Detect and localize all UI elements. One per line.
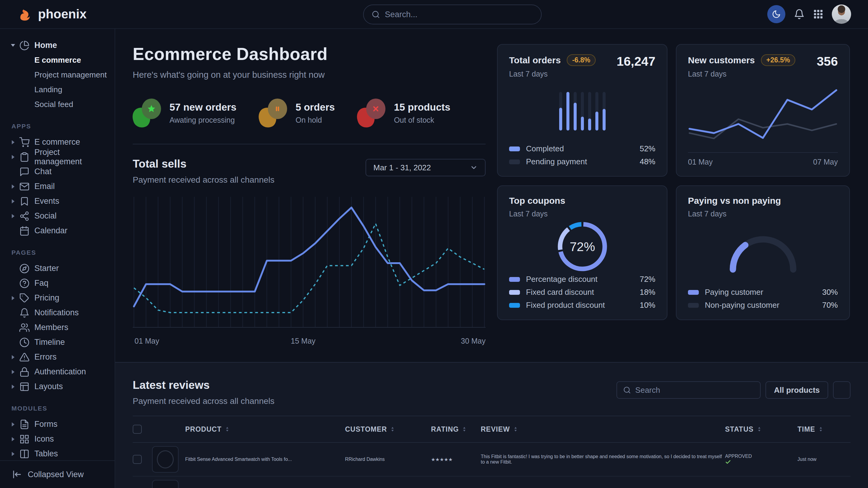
sidebar-item-pricing[interactable]: Pricing	[7, 291, 108, 305]
notifications-bell-button[interactable]	[794, 9, 805, 20]
lock-icon	[19, 367, 30, 377]
sidebar-item-starter[interactable]: Starter	[7, 261, 108, 276]
legend-label: Completed	[526, 144, 564, 154]
sidebar-item-errors[interactable]: Errors	[7, 350, 108, 364]
caret-right-icon	[9, 199, 17, 203]
sidebar-item-project-management[interactable]: Project management	[7, 150, 108, 164]
sidebar-item-home[interactable]: Home	[7, 38, 108, 53]
moon-icon	[772, 10, 781, 19]
dashboard-cards: Total orders -6.8% Last 7 days 16,247 Co…	[497, 44, 850, 349]
caret-right-icon	[9, 437, 17, 441]
column-header-review[interactable]: REVIEW	[481, 425, 725, 433]
sidebar-item-chat[interactable]: Chat	[7, 164, 108, 179]
sort-icon	[757, 426, 761, 432]
sidebar-item-label: Authentication	[34, 367, 86, 377]
sidebar-item-social[interactable]: Social	[7, 208, 108, 223]
product-thumbnail[interactable]	[152, 480, 179, 488]
total-orders-badge: -6.8%	[567, 54, 596, 66]
legend-swatch	[509, 147, 520, 151]
sidebar-subitem-social-feed[interactable]: Social feed	[7, 97, 108, 112]
column-header-customer[interactable]: CUSTOMER	[345, 425, 431, 433]
sidebar-item-email[interactable]: Email	[7, 179, 108, 194]
sidebar-item-label: Faq	[34, 279, 49, 288]
product-thumbnail[interactable]	[152, 446, 179, 473]
rating-stars: ★★★★★	[431, 457, 481, 462]
sidebar-item-faq[interactable]: Faq	[7, 276, 108, 291]
sidebar: HomeE commerceProject managementLandingS…	[0, 29, 115, 488]
nine-dots-icon	[813, 9, 824, 19]
user-avatar[interactable]	[832, 4, 851, 24]
product-link[interactable]: Fitbit Sense Advanced Smartwatch with To…	[185, 457, 345, 462]
sidebar-item-calendar[interactable]: Calendar	[7, 223, 108, 238]
sidebar-item-members[interactable]: Members	[7, 320, 108, 335]
sidebar-subitem-project-management[interactable]: Project management	[7, 67, 108, 82]
legend-label: Non-paying customer	[705, 300, 779, 310]
sidebar-item-label: Email	[34, 182, 55, 191]
caret-right-icon	[9, 155, 17, 159]
sidebar-item-forms[interactable]: Forms	[7, 417, 108, 432]
total-orders-card: Total orders -6.8% Last 7 days 16,247 Co…	[497, 44, 668, 176]
sidebar-item-timeline[interactable]: Timeline	[7, 335, 108, 350]
collapse-sidebar-button[interactable]: Collapsed View	[0, 460, 115, 488]
sidebar-section-label: APPS	[11, 123, 108, 130]
search-icon	[372, 10, 380, 19]
sidebar-item-layouts[interactable]: Layouts	[7, 379, 108, 394]
total-sells-x-labels: 01 May15 May30 May	[133, 337, 486, 349]
apps-grid-button[interactable]	[813, 9, 824, 19]
sidebar-item-notifications[interactable]: Notifications	[7, 305, 108, 320]
sort-icon	[514, 426, 518, 432]
sidebar-item-authentication[interactable]: Authentication	[7, 364, 108, 379]
new-customers-chart	[688, 78, 838, 151]
alert-icon	[19, 352, 30, 362]
brand-logo[interactable]: phoenix	[17, 6, 87, 22]
column-header-status[interactable]: STATUS	[725, 425, 798, 433]
total-sells-subtitle: Payment received across all channels	[133, 175, 275, 185]
reviews-table-body: Fitbit Sense Advanced Smartwatch with To…	[133, 443, 850, 488]
reviews-controls: All products	[617, 381, 850, 399]
hero-stats: 57 new ordersAwating processing5 ordersO…	[133, 99, 486, 128]
caret-right-icon	[9, 422, 17, 426]
sidebar-subitem-e-commerce[interactable]: E commerce	[7, 53, 108, 67]
legend-row: Fixed product discount10%	[509, 300, 655, 310]
reviews-search-input[interactable]	[635, 386, 754, 395]
cart-icon	[19, 137, 30, 148]
sidebar-item-label: Starter	[34, 264, 59, 273]
mail-icon	[19, 182, 30, 192]
reviews-more-button[interactable]	[833, 381, 850, 399]
search-input[interactable]	[385, 10, 533, 19]
hero-stat: 57 new ordersAwating processing	[133, 99, 237, 128]
total-sells-chart: 01 May15 May30 May	[133, 197, 486, 349]
sidebar-item-events[interactable]: Events	[7, 194, 108, 208]
new-customers-x-labels: 01 May 07 May	[688, 152, 838, 166]
select-all-checkbox[interactable]	[133, 425, 142, 434]
review-text: This Fitbit is fantastic! I was trying t…	[481, 454, 725, 465]
stat-caption: On hold	[296, 116, 335, 125]
legend-row: Non-paying customer70%	[688, 300, 838, 310]
sidebar-subitem-landing[interactable]: Landing	[7, 82, 108, 97]
review-time: Just now	[798, 457, 834, 462]
date-range-select[interactable]: Mar 1 - 31, 2022	[366, 159, 486, 176]
all-products-button[interactable]: All products	[766, 381, 828, 399]
caret-right-icon	[9, 214, 17, 218]
check-icon	[725, 459, 798, 465]
sidebar-item-tables[interactable]: Tables	[7, 446, 108, 460]
column-label: RATING	[431, 425, 459, 433]
total-orders-title: Total orders	[509, 55, 561, 65]
pie-chart-icon	[19, 40, 30, 51]
column-header-product[interactable]: PRODUCT	[185, 425, 345, 433]
smartwatch-image	[157, 450, 174, 468]
legend-label: Fixed product discount	[526, 300, 605, 310]
row-checkbox[interactable]	[133, 455, 142, 464]
theme-toggle-button[interactable]	[767, 5, 785, 23]
column-header-rating[interactable]: RATING	[431, 425, 481, 433]
column-header-time[interactable]: TIME	[798, 425, 834, 433]
caret-right-icon	[9, 185, 17, 189]
sidebar-item-label: Tables	[34, 449, 58, 458]
sidebar-item-label: Home	[34, 41, 57, 50]
x-label-start: 01 May	[688, 158, 713, 166]
customer-avatar[interactable]: R	[345, 457, 349, 462]
hero-stat: 5 ordersOn hold	[259, 99, 335, 128]
reviews-title: Latest reviews	[133, 379, 275, 392]
legend-value: 70%	[822, 300, 838, 310]
sidebar-item-icons[interactable]: Icons	[7, 432, 108, 446]
